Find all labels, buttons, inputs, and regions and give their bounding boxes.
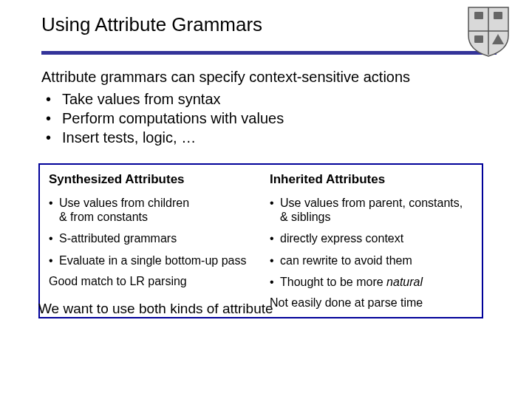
svg-rect-4 [474, 35, 483, 43]
item-text: Thought to be more [280, 276, 386, 288]
intro-text: Attribute grammars can specify context-s… [41, 68, 497, 86]
inherited-heading: Inherited Attributes [270, 172, 473, 187]
synthesized-column: Synthesized Attributes Use values from c… [40, 165, 261, 288]
slide-title: Using Attribute Grammars [41, 13, 497, 41]
item-tail: & from constants [59, 210, 252, 224]
attribute-box: Synthesized Attributes Use values from c… [38, 163, 483, 318]
list-item: Use values from children & from constant… [49, 196, 252, 224]
synthesized-footer: Good match to LR parsing [49, 275, 252, 288]
svg-rect-2 [474, 12, 483, 19]
inherited-list: Use values from parent, constants, & sib… [270, 196, 473, 289]
title-rule [41, 51, 497, 55]
list-item: directly express context [270, 231, 473, 245]
intro-bullet: Insert tests, logic, … [41, 128, 497, 147]
list-item: Evaluate in a single bottom-up pass [49, 253, 252, 267]
synthesized-list: Use values from children & from constant… [49, 196, 252, 267]
inherited-column: Inherited Attributes Use values from par… [261, 165, 482, 310]
slide: Using Attribute Grammars Attribute gramm… [0, 0, 532, 399]
list-item: can rewrite to avoid them [270, 253, 473, 267]
item-text: Use values from children [59, 197, 189, 209]
intro-bullet: Take values from syntax [41, 89, 497, 109]
svg-rect-3 [494, 12, 502, 19]
inherited-footer: Not easily done at parse time [270, 296, 473, 310]
list-item: Thought to be more natural [270, 275, 473, 289]
synthesized-heading: Synthesized Attributes [49, 172, 252, 187]
intro-bullet: Perform computations with values [41, 109, 497, 128]
crest-logo [466, 6, 511, 58]
overlay-text: We want to use both kinds of attribute [38, 301, 273, 316]
list-item: S-attributed grammars [49, 231, 252, 245]
intro-bullets: Take values from syntax Perform computat… [41, 89, 497, 147]
item-ital: natural [386, 276, 423, 288]
list-item: Use values from parent, constants, & sib… [270, 196, 473, 224]
